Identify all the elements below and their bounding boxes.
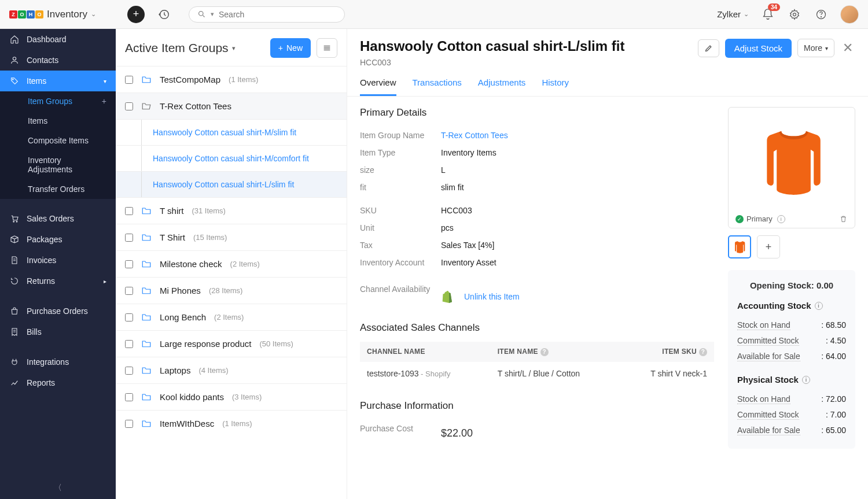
row-checkbox[interactable] bbox=[125, 287, 133, 295]
field-label: size bbox=[360, 165, 441, 175]
nav-composite-items[interactable]: Composite Items bbox=[0, 131, 116, 150]
search-box[interactable]: ▾ bbox=[189, 6, 345, 23]
more-button[interactable]: More▾ bbox=[797, 39, 834, 57]
group-row[interactable]: Milestone check (2 Items) bbox=[116, 250, 347, 277]
group-row[interactable]: Long Bench (2 Items) bbox=[116, 304, 347, 330]
add-item-group-button[interactable]: + bbox=[102, 97, 106, 106]
group-row[interactable]: TestCompoMap (1 Items) bbox=[116, 66, 347, 93]
channel-item-name: T shirt/L / Blue / Cotton bbox=[491, 362, 620, 385]
check-icon: ✓ bbox=[735, 215, 744, 223]
settings-button[interactable] bbox=[787, 7, 802, 22]
tab-history[interactable]: History bbox=[542, 77, 569, 96]
nav-packages[interactable]: Packages bbox=[0, 229, 116, 250]
opening-stock: Opening Stock: 0.00 bbox=[737, 280, 846, 290]
brand[interactable]: ZOHO Inventory ⌄ bbox=[9, 9, 116, 20]
nav-purchase-orders[interactable]: Purchase Orders bbox=[0, 301, 116, 321]
recent-history-button[interactable] bbox=[155, 6, 172, 23]
nav-returns[interactable]: Returns▸ bbox=[0, 271, 116, 291]
purchase-cost-value: $22.00 bbox=[441, 427, 473, 439]
info-icon[interactable]: i bbox=[815, 302, 823, 310]
detail-tabs: Overview Transactions Adjustments Histor… bbox=[347, 67, 868, 97]
row-checkbox[interactable] bbox=[125, 76, 133, 84]
field-label: Tax bbox=[360, 241, 441, 250]
group-row[interactable]: Kool kiddo pants (3 Items) bbox=[116, 383, 347, 410]
delete-image-button[interactable] bbox=[839, 215, 848, 223]
org-selector[interactable]: Zylker ⌄ bbox=[717, 9, 749, 19]
group-count: (1 Items) bbox=[222, 419, 252, 428]
group-count: (15 Items) bbox=[193, 233, 227, 242]
image-thumb[interactable] bbox=[728, 235, 751, 258]
sidebar-collapse-button[interactable]: 〈 bbox=[0, 477, 116, 499]
section-primary-details: Primary Details bbox=[360, 107, 714, 119]
tab-overview[interactable]: Overview bbox=[360, 77, 396, 96]
item-group-link[interactable]: T-Rex Cotton Tees bbox=[441, 131, 508, 140]
row-checkbox[interactable] bbox=[125, 340, 133, 348]
child-item-row[interactable]: Hanswooly Cotton casual shirt-L/slim fit bbox=[116, 171, 347, 197]
user-avatar[interactable] bbox=[840, 5, 859, 24]
row-checkbox[interactable] bbox=[125, 313, 133, 321]
sidebar: Dashboard Contacts Items▾ Item Groups+ I… bbox=[0, 29, 116, 499]
info-icon[interactable]: i bbox=[802, 376, 810, 384]
unlink-item-link[interactable]: Unlink this Item bbox=[464, 292, 520, 301]
close-button[interactable]: ✕ bbox=[840, 38, 855, 58]
nav-items[interactable]: Items▾ bbox=[0, 71, 116, 91]
accounting-stock-title: Accounting Stocki bbox=[737, 301, 846, 311]
edit-button[interactable] bbox=[698, 39, 719, 57]
tab-transactions[interactable]: Transactions bbox=[413, 77, 462, 96]
tab-adjustments[interactable]: Adjustments bbox=[478, 77, 526, 96]
nav-sales-orders[interactable]: Sales Orders bbox=[0, 208, 116, 229]
nav-reports[interactable]: Reports bbox=[0, 372, 116, 393]
list-title-dropdown[interactable]: Active Item Groups▾ bbox=[125, 41, 236, 55]
receipt-icon bbox=[9, 327, 20, 337]
new-group-button[interactable]: +New bbox=[270, 38, 311, 58]
product-image bbox=[733, 112, 850, 211]
group-row[interactable]: ItemWIthDesc (1 Items) bbox=[116, 410, 347, 437]
help-icon[interactable]: ? bbox=[699, 348, 707, 356]
adjust-stock-button[interactable]: Adjust Stock bbox=[725, 39, 792, 58]
table-row[interactable]: teststore-1093 - Shopify T shirt/L / Blu… bbox=[360, 362, 714, 385]
search-icon bbox=[197, 10, 206, 19]
nav-integrations[interactable]: Integrations bbox=[0, 352, 116, 372]
group-list[interactable]: TestCompoMap (1 Items) T-Rex Cotton Tees… bbox=[116, 66, 347, 499]
notifications-button[interactable]: 34 bbox=[760, 7, 775, 22]
row-checkbox[interactable] bbox=[125, 102, 133, 110]
nav-label: Contacts bbox=[27, 56, 58, 65]
group-row[interactable]: Large response product (50 Items) bbox=[116, 330, 347, 357]
chevron-down-icon: ⌄ bbox=[91, 10, 96, 18]
nav-invoices[interactable]: Invoices bbox=[0, 250, 116, 271]
row-checkbox[interactable] bbox=[125, 367, 133, 375]
search-input[interactable] bbox=[219, 10, 336, 19]
nav-contacts[interactable]: Contacts bbox=[0, 50, 116, 71]
row-checkbox[interactable] bbox=[125, 420, 133, 428]
help-button[interactable] bbox=[814, 7, 829, 22]
group-row[interactable]: Mi Phones (28 Items) bbox=[116, 277, 347, 304]
help-icon[interactable]: ? bbox=[540, 348, 549, 356]
channel-item-sku: T shirt V neck-1 bbox=[620, 362, 714, 385]
row-checkbox[interactable] bbox=[125, 260, 133, 268]
group-name: T Shirt bbox=[160, 232, 185, 242]
nav-dashboard[interactable]: Dashboard bbox=[0, 29, 116, 50]
group-row[interactable]: T Shirt (15 Items) bbox=[116, 224, 347, 250]
chart-icon bbox=[9, 378, 20, 387]
nav-transfer-orders[interactable]: Transfer Orders bbox=[0, 179, 116, 199]
child-item-row[interactable]: Hanswooly Cotton casual shirt-M/comfort … bbox=[116, 145, 347, 171]
child-item-row[interactable]: Hanswooly Cotton casual shirt-M/slim fit bbox=[116, 119, 347, 145]
group-row[interactable]: T shirt (31 Items) bbox=[116, 197, 347, 224]
row-checkbox[interactable] bbox=[125, 207, 133, 215]
nav-item-groups[interactable]: Item Groups+ bbox=[0, 91, 116, 111]
info-icon[interactable]: i bbox=[777, 215, 785, 223]
row-checkbox[interactable] bbox=[125, 234, 133, 242]
nav-label: Integrations bbox=[27, 357, 69, 367]
child-name: Hanswooly Cotton casual shirt-M/slim fit bbox=[153, 128, 296, 137]
nav-items-list[interactable]: Items bbox=[0, 111, 116, 131]
group-row[interactable]: Laptops (4 Items) bbox=[116, 357, 347, 383]
zoho-logo-icon: ZOHO bbox=[9, 10, 43, 19]
row-checkbox[interactable] bbox=[125, 393, 133, 401]
svg-point-2 bbox=[793, 13, 796, 16]
group-row[interactable]: T-Rex Cotton Tees bbox=[116, 93, 347, 119]
nav-inventory-adjustments[interactable]: Inventory Adjustments bbox=[0, 150, 116, 179]
add-image-button[interactable]: + bbox=[757, 235, 780, 258]
list-menu-button[interactable] bbox=[317, 38, 337, 58]
quick-add-button[interactable]: + bbox=[127, 6, 145, 23]
nav-bills[interactable]: Bills bbox=[0, 321, 116, 342]
